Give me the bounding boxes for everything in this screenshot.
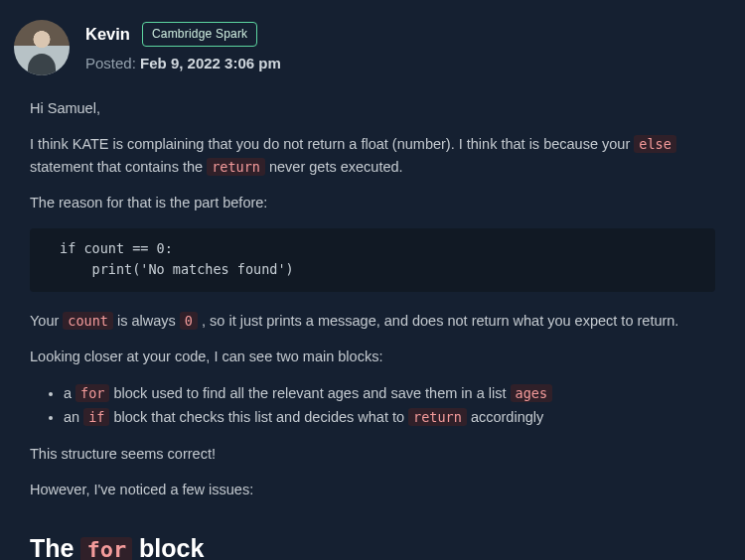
author-name-row: Kevin Cambridge Spark xyxy=(85,22,281,48)
paragraph-6: However, I've noticed a few issues: xyxy=(30,479,715,500)
code-block: if count == 0: print('No matches found') xyxy=(30,228,715,292)
text-run: block used to find all the relevant ages… xyxy=(109,385,510,401)
post-header: Kevin Cambridge Spark Posted: Feb 9, 202… xyxy=(0,0,745,91)
text-run: an xyxy=(64,409,83,425)
text-run: a xyxy=(64,385,75,401)
code-inline: if xyxy=(83,408,109,426)
text-run: The xyxy=(30,534,80,560)
list-item: an if block that checks this list and de… xyxy=(64,406,715,428)
section-heading-for-block: The for block xyxy=(30,529,715,560)
text-run: is always xyxy=(113,313,180,329)
paragraph-3: Your count is always 0 , so it just prin… xyxy=(30,310,715,332)
posted-label: Posted: xyxy=(85,55,140,71)
code-content: if count == 0: print('No matches found') xyxy=(60,240,294,277)
code-inline: count xyxy=(63,312,113,330)
text-run: statement that contains the xyxy=(30,159,207,175)
paragraph-2: The reason for that is the part before: xyxy=(30,192,715,213)
org-badge: Cambridge Spark xyxy=(142,22,257,47)
text-run: I think KATE is complaining that you do … xyxy=(30,136,634,152)
text-run: Your xyxy=(30,313,63,329)
code-inline: for xyxy=(75,384,109,402)
post-body: Hi Samuel, I think KATE is complaining t… xyxy=(0,91,745,560)
greeting: Hi Samuel, xyxy=(30,97,715,119)
text-run: never gets executed. xyxy=(265,159,403,175)
text-run: accordingly xyxy=(467,409,543,425)
list-item: a for block used to find all the relevan… xyxy=(64,382,715,404)
paragraph-4: Looking closer at your code, I can see t… xyxy=(30,346,715,367)
avatar xyxy=(14,20,70,75)
posted-timestamp: Feb 9, 2022 3:06 pm xyxy=(140,55,281,71)
paragraph-1: I think KATE is complaining that you do … xyxy=(30,133,715,178)
posted-row: Posted: Feb 9, 2022 3:06 pm xyxy=(85,52,281,74)
code-inline: return xyxy=(207,158,265,176)
code-inline: else xyxy=(634,135,676,153)
author-meta: Kevin Cambridge Spark Posted: Feb 9, 202… xyxy=(85,20,281,74)
text-run: , so it just prints a message, and does … xyxy=(198,313,678,329)
blocks-list: a for block used to find all the relevan… xyxy=(30,382,715,429)
paragraph-5: This structure seems correct! xyxy=(30,443,715,465)
code-inline: 0 xyxy=(180,312,198,330)
text-run: block xyxy=(132,534,204,560)
author-name: Kevin xyxy=(85,22,130,48)
code-inline: for xyxy=(80,537,132,560)
text-run: block that checks this list and decides … xyxy=(109,409,408,425)
code-inline: ages xyxy=(511,384,553,402)
code-inline: return xyxy=(408,408,467,426)
